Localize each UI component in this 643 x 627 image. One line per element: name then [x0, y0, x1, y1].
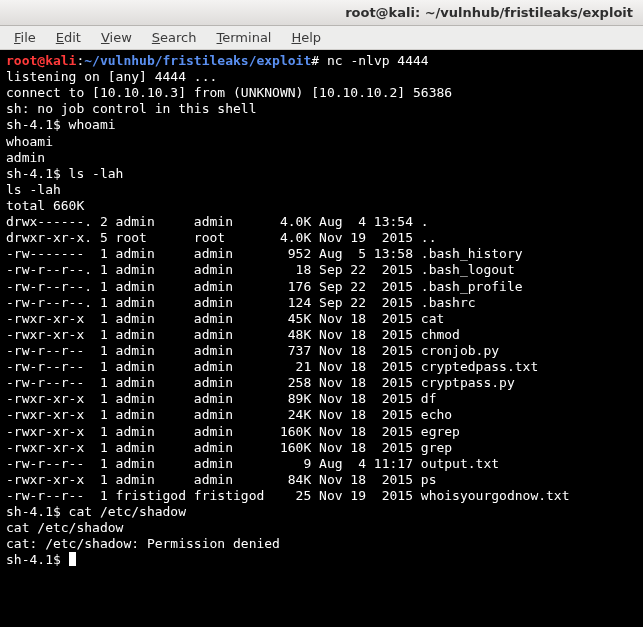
ls-row: drwxr-xr-x. 5 root root 4.0K Nov 19 2015… [6, 230, 637, 246]
ls-row: -rwxr-xr-x 1 admin admin 160K Nov 18 201… [6, 440, 637, 456]
ls-row: -rwxr-xr-x 1 admin admin 48K Nov 18 2015… [6, 327, 637, 343]
menu-edit[interactable]: Edit [48, 28, 89, 47]
menu-view[interactable]: View [93, 28, 140, 47]
prompt-path: ~/vulnhub/fristileaks/exploit [84, 53, 311, 68]
terminal-line: ls -lah [6, 182, 637, 198]
terminal-line: total 660K [6, 198, 637, 214]
ls-row: drwx------. 2 admin admin 4.0K Aug 4 13:… [6, 214, 637, 230]
menu-terminal[interactable]: Terminal [209, 28, 280, 47]
cursor-icon [69, 552, 76, 566]
ls-row: -rw-r--r--. 1 admin admin 124 Sep 22 201… [6, 295, 637, 311]
ls-row: -rw-r--r-- 1 admin admin 258 Nov 18 2015… [6, 375, 637, 391]
ls-row: -rw-r--r-- 1 fristigod fristigod 25 Nov … [6, 488, 637, 504]
titlebar: root@kali: ~/vulnhub/fristileaks/exploit [0, 0, 643, 26]
ls-row: -rw-r--r--. 1 admin admin 18 Sep 22 2015… [6, 262, 637, 278]
menu-search[interactable]: Search [144, 28, 205, 47]
menu-file[interactable]: File [6, 28, 44, 47]
ls-row: -rwxr-xr-x 1 admin admin 160K Nov 18 201… [6, 424, 637, 440]
terminal-line: sh-4.1$ [6, 552, 637, 568]
menubar: File Edit View Search Terminal Help [0, 26, 643, 50]
ls-row: -rwxr-xr-x 1 admin admin 89K Nov 18 2015… [6, 391, 637, 407]
terminal-line: whoami [6, 134, 637, 150]
terminal-line: cat: /etc/shadow: Permission denied [6, 536, 637, 552]
terminal-line: sh-4.1$ cat /etc/shadow [6, 504, 637, 520]
menu-help[interactable]: Help [283, 28, 329, 47]
terminal-pane[interactable]: root@kali:~/vulnhub/fristileaks/exploit#… [0, 50, 643, 575]
terminal-line: sh-4.1$ whoami [6, 117, 637, 133]
terminal-line: sh-4.1$ ls -lah [6, 166, 637, 182]
terminal-line: admin [6, 150, 637, 166]
window-title: root@kali: ~/vulnhub/fristileaks/exploit [345, 5, 633, 20]
terminal-line: root@kali:~/vulnhub/fristileaks/exploit#… [6, 53, 637, 69]
ls-row: -rw------- 1 admin admin 952 Aug 5 13:58… [6, 246, 637, 262]
terminal-line: cat /etc/shadow [6, 520, 637, 536]
ls-row: -rw-r--r-- 1 admin admin 21 Nov 18 2015 … [6, 359, 637, 375]
terminal-line: sh: no job control in this shell [6, 101, 637, 117]
ls-row: -rwxr-xr-x 1 admin admin 45K Nov 18 2015… [6, 311, 637, 327]
terminal-line: listening on [any] 4444 ... [6, 69, 637, 85]
ls-row: -rwxr-xr-x 1 admin admin 84K Nov 18 2015… [6, 472, 637, 488]
ls-row: -rw-r--r-- 1 admin admin 737 Nov 18 2015… [6, 343, 637, 359]
ls-row: -rwxr-xr-x 1 admin admin 24K Nov 18 2015… [6, 407, 637, 423]
prompt-user: root@kali [6, 53, 76, 68]
terminal-line: connect to [10.10.10.3] from (UNKNOWN) [… [6, 85, 637, 101]
ls-row: -rw-r--r--. 1 admin admin 176 Sep 22 201… [6, 279, 637, 295]
ls-row: -rw-r--r-- 1 admin admin 9 Aug 4 11:17 o… [6, 456, 637, 472]
